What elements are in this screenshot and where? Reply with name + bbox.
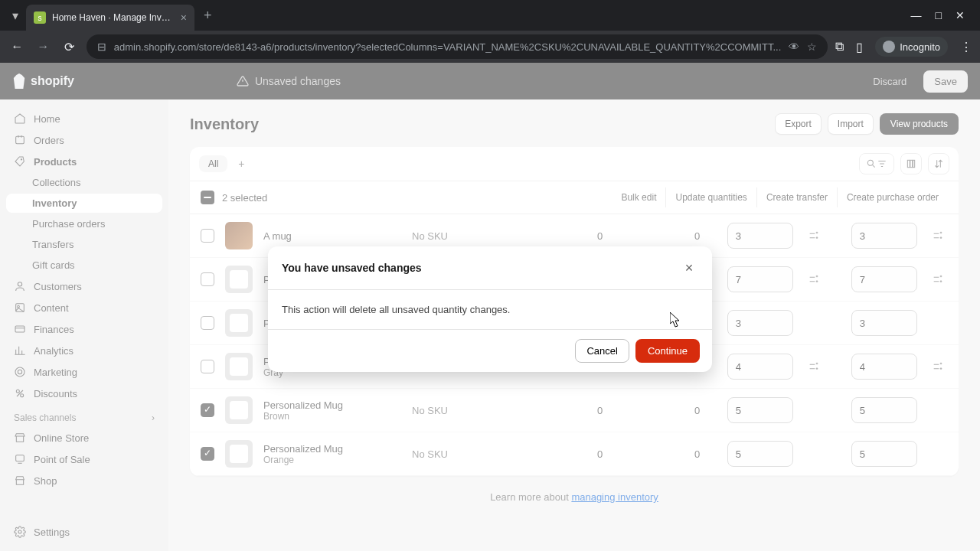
tab-bar: ▾ s Home Haven · Manage Invento × + ― □ … xyxy=(0,0,980,31)
unsaved-changes-modal: You have unsaved changes × This action w… xyxy=(268,246,712,372)
menu-icon[interactable]: ⋮ xyxy=(960,40,972,54)
close-icon[interactable]: × xyxy=(181,11,187,24)
minimize-icon[interactable]: ― xyxy=(911,9,922,21)
eye-off-icon[interactable]: 👁 xyxy=(789,41,799,53)
star-icon[interactable]: ☆ xyxy=(807,41,817,53)
shopify-favicon: s xyxy=(34,11,46,24)
modal-body: This action will delete all unsaved quan… xyxy=(268,290,712,329)
back-icon[interactable]: ← xyxy=(8,40,26,54)
window-controls: ― □ ✕ xyxy=(911,9,974,21)
browser-tab[interactable]: s Home Haven · Manage Invento × xyxy=(26,5,194,31)
tab-dropdown-icon[interactable]: ▾ xyxy=(6,5,24,25)
modal-overlay[interactable]: You have unsaved changes × This action w… xyxy=(0,63,980,551)
continue-button[interactable]: Continue xyxy=(635,339,700,363)
site-settings-icon[interactable]: ⊟ xyxy=(97,41,106,53)
cancel-button[interactable]: Cancel xyxy=(575,339,629,363)
modal-title: You have unsaved changes xyxy=(282,262,422,274)
forward-icon[interactable]: → xyxy=(34,40,52,54)
close-window-icon[interactable]: ✕ xyxy=(956,9,965,21)
reload-icon[interactable]: ⟳ xyxy=(60,40,79,54)
address-bar: ← → ⟳ ⊟ admin.shopify.com/store/de8143-a… xyxy=(0,31,980,63)
incognito-badge[interactable]: Incognito xyxy=(875,37,948,57)
tab-title: Home Haven · Manage Invento xyxy=(52,12,175,23)
browser-chrome: ▾ s Home Haven · Manage Invento × + ― □ … xyxy=(0,0,980,63)
side-panel-icon[interactable]: ▯ xyxy=(856,40,863,54)
url-text: admin.shopify.com/store/de8143-a6/produc… xyxy=(114,41,781,53)
extensions-icon[interactable]: ⧉ xyxy=(835,40,844,54)
url-input[interactable]: ⊟ admin.shopify.com/store/de8143-a6/prod… xyxy=(87,34,828,59)
new-tab-button[interactable]: + xyxy=(196,8,220,24)
close-icon[interactable]: × xyxy=(680,259,698,277)
maximize-icon[interactable]: □ xyxy=(936,9,942,21)
incognito-icon xyxy=(883,41,895,53)
